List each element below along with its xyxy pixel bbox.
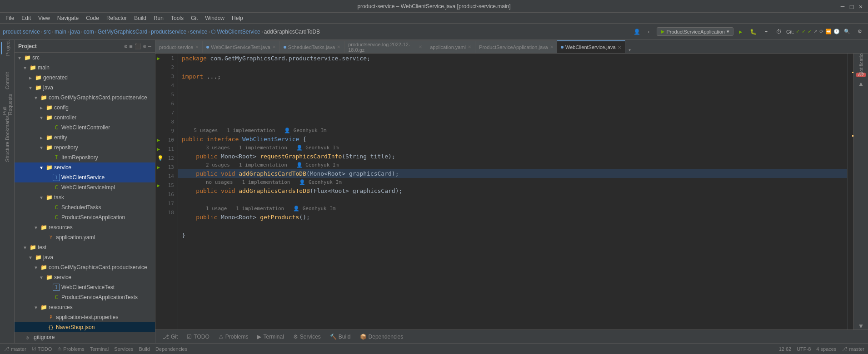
notifications-toggle[interactable]: Notifications xyxy=(855,55,868,68)
status-line-col[interactable]: 12:62 xyxy=(779,346,792,352)
tree-item-com-test[interactable]: ▼ 📁 com.GetMyGraphicsCard.productservice xyxy=(15,262,155,272)
status-git-branch[interactable]: ⎇ master xyxy=(4,346,26,352)
tab-application-yaml[interactable]: application.yaml ✕ xyxy=(426,40,475,53)
project-panel-toggle[interactable]: Project xyxy=(1,42,14,54)
menu-help[interactable]: Help xyxy=(228,14,247,22)
panel-gear-icon[interactable]: ⚙ xyxy=(143,43,146,49)
status-build[interactable]: Build xyxy=(139,346,150,352)
run-gutter-icon-10[interactable]: ▶ xyxy=(157,138,160,143)
file-tree-content[interactable]: ▼ 📁 src ▼ 📁 main ▶ 📁 generated ▼ 📁 java xyxy=(15,53,155,343)
tree-item-itemrepository[interactable]: I ItemRepository xyxy=(15,152,155,162)
menu-tools[interactable]: Tools xyxy=(167,14,187,22)
code-editor[interactable]: package com.GetMyGraphicsCard.productser… xyxy=(178,54,847,329)
tab-product-service[interactable]: product-service ✕ xyxy=(155,40,203,53)
tree-item-webclientservice[interactable]: I WebClientService xyxy=(15,172,155,182)
menu-code[interactable]: Code xyxy=(82,14,103,22)
tab-close-scheduledtasks[interactable]: ✕ xyxy=(337,44,340,49)
minimize-button[interactable]: ─ xyxy=(839,3,846,10)
run-button[interactable]: ▶ xyxy=(735,26,746,37)
bookmarks-toggle[interactable]: Bookmarks xyxy=(1,122,14,134)
status-problems[interactable]: ⚠ Problems xyxy=(57,346,84,352)
tab-overflow-button[interactable]: ▾ xyxy=(625,47,634,53)
tab-close-application-yaml[interactable]: ✕ xyxy=(468,44,471,49)
tree-item-webclientcontroller[interactable]: C WebClientController xyxy=(15,123,155,133)
bottom-tab-problems[interactable]: ⚠ Problems xyxy=(215,333,252,341)
bottom-tab-build[interactable]: 🔨 Build xyxy=(326,333,354,341)
tab-close-product-service[interactable]: ✕ xyxy=(195,44,199,49)
toolbar-profile[interactable]: 👤 xyxy=(631,26,642,37)
breadcrumb-java[interactable]: java xyxy=(70,29,80,35)
scroll-up-icon[interactable]: ▲ xyxy=(859,80,863,87)
status-encoding[interactable]: UTF-8 xyxy=(797,346,811,352)
commit-panel-toggle[interactable]: Commit xyxy=(1,74,14,87)
scroll-down-icon[interactable]: ▼ xyxy=(859,322,863,329)
breadcrumb-webclientservice[interactable]: ⬡ WebClientService xyxy=(211,29,260,35)
breadcrumb-method[interactable]: addGraphicsCardToDB xyxy=(264,29,320,35)
tab-webclientservicetest[interactable]: WebClientServiceTest.java ✕ xyxy=(203,40,280,53)
breadcrumb-project[interactable]: product-service xyxy=(3,29,40,35)
menu-window[interactable]: Window xyxy=(201,14,228,22)
menu-navigate[interactable]: Navigate xyxy=(54,14,82,22)
run-gutter-icon[interactable]: ▶ xyxy=(157,56,160,61)
tree-item-gitignore[interactable]: ◎ .gitignore xyxy=(15,332,155,342)
menu-run[interactable]: Run xyxy=(150,14,167,22)
tab-close-productserviceapplication[interactable]: ✕ xyxy=(550,44,554,49)
tree-item-resources-main[interactable]: ▼ 📁 resources xyxy=(15,222,155,232)
maximize-button[interactable]: □ xyxy=(848,3,855,10)
status-indent[interactable]: 4 spaces xyxy=(816,346,836,352)
tree-item-com[interactable]: ▼ 📁 com.GetMyGraphicsCard.productservice xyxy=(15,93,155,103)
tree-item-java-test[interactable]: ▼ 📁 java xyxy=(15,252,155,262)
run-config-selector[interactable]: ▶ ProductServiceApplication ▾ xyxy=(657,27,733,36)
bottom-tab-git[interactable]: ⎇ Git xyxy=(159,333,181,341)
menu-refactor[interactable]: Refactor xyxy=(103,14,130,22)
panel-collapse-icon[interactable]: ≡ xyxy=(129,43,132,49)
tree-item-controller[interactable]: ▼ 📁 controller xyxy=(15,113,155,123)
tree-item-repository[interactable]: ▼ 📁 repository xyxy=(15,143,155,152)
tab-scheduledtasks[interactable]: ScheduledTasks.java ✕ xyxy=(280,40,344,53)
settings-button[interactable]: ⚙ xyxy=(854,26,865,37)
tab-close-productservicelog[interactable]: ✕ xyxy=(419,44,422,49)
bottom-tab-todo[interactable]: ☑ TODO xyxy=(183,333,213,341)
status-terminal[interactable]: Terminal xyxy=(90,346,109,352)
run-gutter-icon-11[interactable]: ▶ xyxy=(157,147,160,152)
close-button[interactable]: ✕ xyxy=(857,3,864,10)
structure-toggle[interactable]: Structure xyxy=(1,145,14,158)
status-dependencies[interactable]: Dependencies xyxy=(155,346,187,352)
warning-gutter-icon-12[interactable]: 💡 xyxy=(157,155,164,161)
tab-webclientservice[interactable]: WebClientService.java ✕ xyxy=(557,40,625,53)
menu-view[interactable]: View xyxy=(35,14,54,22)
tab-close-webclientservice[interactable]: ✕ xyxy=(618,45,621,50)
breadcrumb-service[interactable]: service xyxy=(190,29,207,35)
project-label[interactable]: Project xyxy=(4,40,11,59)
tree-item-entity[interactable]: ▶ 📁 entity xyxy=(15,133,155,143)
tab-close-webclientservicetest[interactable]: ✕ xyxy=(272,44,276,49)
run-gutter-icon-13[interactable]: ▶ xyxy=(157,165,160,170)
coverage-button[interactable]: ☂ xyxy=(761,26,772,37)
tree-item-task[interactable]: ▼ 📁 task xyxy=(15,192,155,202)
debug-button[interactable]: 🐛 xyxy=(748,26,759,37)
panel-expand-icon[interactable]: ⬛ xyxy=(135,43,141,49)
tree-item-scheduledtasks[interactable]: C ScheduledTasks xyxy=(15,202,155,212)
search-button[interactable]: 🔍 xyxy=(842,26,853,37)
tab-productserviceapplication[interactable]: ProductServiceApplication.java ✕ xyxy=(475,40,557,53)
status-todo[interactable]: ☑ TODO xyxy=(32,346,52,352)
run-gutter-icon-15[interactable]: ▶ xyxy=(157,183,160,188)
tree-item-productserviceapplication[interactable]: C ProductServiceApplication xyxy=(15,212,155,222)
tree-item-navershop-json[interactable]: {} NaverShop.json xyxy=(15,322,155,332)
tree-item-generated[interactable]: ▶ 📁 generated xyxy=(15,73,155,83)
tree-item-service-test[interactable]: ▼ 📁 service xyxy=(15,272,155,282)
breadcrumb-src[interactable]: src xyxy=(44,29,51,35)
breadcrumb-com[interactable]: com xyxy=(84,29,94,35)
breadcrumb-productservice[interactable]: productservice xyxy=(151,29,186,35)
tree-item-application-test-props[interactable]: P application-test.properties xyxy=(15,312,155,322)
tree-item-webclientserviceimpl[interactable]: C WebClientServiceImpl xyxy=(15,182,155,192)
profile-run-button[interactable]: ⏱ xyxy=(773,26,784,37)
tree-item-service[interactable]: ▼ 📁 service xyxy=(15,162,155,172)
tab-productservicelog[interactable]: productservice.log.2022-12-18.0.gz ✕ xyxy=(344,40,426,53)
breadcrumb-main[interactable]: main xyxy=(55,29,66,35)
tree-item-java[interactable]: ▼ 📁 java xyxy=(15,83,155,93)
tree-item-productserviceapplicationtests[interactable]: C ProductServiceApplicationTests xyxy=(15,292,155,302)
breadcrumb-getmygraphicscard[interactable]: GetMyGraphicsCard xyxy=(98,29,147,35)
tree-item-test[interactable]: ▼ 📁 test xyxy=(15,242,155,252)
commit-label[interactable]: Commit xyxy=(4,69,11,92)
